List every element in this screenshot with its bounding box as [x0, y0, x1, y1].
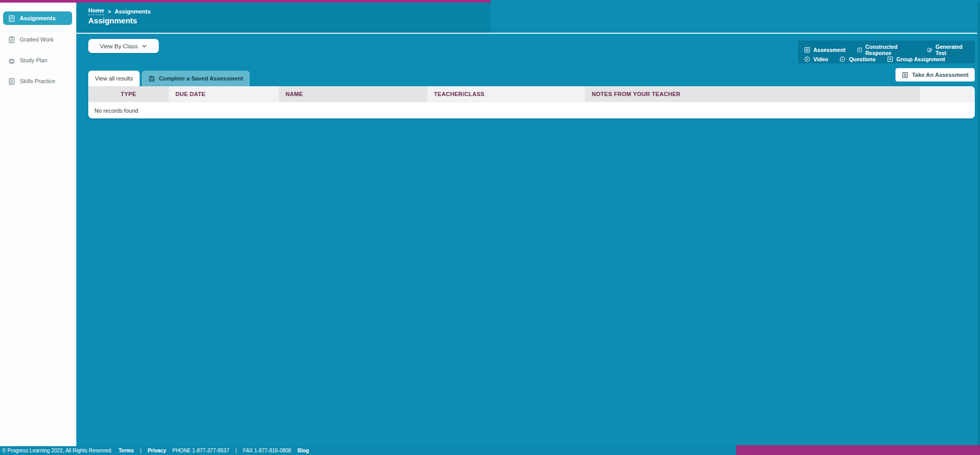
top-accent-bar	[0, 0, 491, 3]
legend-label: Video	[813, 56, 828, 62]
sidebar-item-label: Study Plan	[20, 57, 47, 63]
table-header-row: TYPE DUE DATE NAME TEACHER/CLASS NOTES F…	[88, 86, 975, 102]
legend-item-video: Video	[804, 56, 828, 62]
phone-text: PHONE 1-877-377-9537	[172, 448, 229, 453]
video-icon	[804, 56, 810, 62]
column-header-name: NAME	[279, 86, 427, 102]
tab-label: View all results	[95, 75, 133, 82]
breadcrumb-separator: >	[108, 8, 111, 15]
breadcrumb-home-link[interactable]: Home	[88, 7, 104, 15]
empty-state-row: No records found	[88, 102, 975, 118]
copyright-text: © Progress Learning 2022, All Rights Res…	[2, 448, 112, 453]
sidebar-item-label: Graded Work	[20, 36, 53, 43]
sidebar-item-study-plan[interactable]: Study Plan	[3, 53, 72, 67]
legend-item-generated-test: Generated Test	[927, 44, 969, 56]
assignments-icon	[8, 15, 16, 22]
assignments-table: TYPE DUE DATE NAME TEACHER/CLASS NOTES F…	[88, 86, 975, 118]
sidebar-item-label: Skills Practice	[20, 78, 55, 84]
header-divider	[76, 33, 980, 34]
bottom-accent-bar	[736, 445, 980, 455]
privacy-link[interactable]: Privacy	[147, 448, 166, 453]
column-header-actions	[920, 86, 975, 102]
sidebar: Assignments Graded Work Study Plan Skill…	[0, 3, 76, 446]
legend-item-questions: Questions	[839, 56, 875, 62]
legend-label: Generated Test	[935, 44, 969, 56]
legend-row: Assessment Constructed Response Generate…	[804, 44, 969, 56]
sidebar-item-assignments[interactable]: Assignments	[3, 11, 72, 25]
tab-view-all-results[interactable]: View all results	[88, 71, 140, 86]
legend-label: Group Assignment	[896, 56, 945, 62]
assignment-type-legend: Assessment Constructed Response Generate…	[798, 41, 975, 63]
main-content: Home > Assignments Assignments View By C…	[76, 3, 980, 446]
sidebar-item-skills-practice[interactable]: Skills Practice	[3, 74, 72, 88]
take-assessment-button[interactable]: Take An Assessment	[895, 68, 975, 82]
take-assessment-label: Take An Assessment	[912, 72, 969, 78]
view-by-class-label: View By Class	[100, 43, 138, 49]
legend-item-group-assignment: Group Assignment	[887, 56, 945, 62]
questions-icon	[839, 56, 846, 62]
sidebar-item-label: Assignments	[20, 15, 56, 21]
study-plan-icon	[8, 57, 16, 64]
tab-label: Complete a Saved Assessment	[159, 75, 243, 82]
breadcrumb-current: Assignments	[115, 8, 151, 15]
view-by-class-button[interactable]: View By Class	[88, 39, 159, 53]
chevron-down-icon	[141, 43, 147, 49]
legend-label: Questions	[849, 56, 875, 62]
legend-item-constructed-response: Constructed Response	[857, 44, 916, 56]
constructed-response-icon	[857, 47, 862, 53]
take-assessment-icon	[902, 72, 908, 78]
column-header-notes: NOTES FROM YOUR TEACHER	[585, 86, 920, 102]
footer-separator: |	[140, 448, 142, 453]
column-header-due-date: DUE DATE	[169, 86, 279, 102]
graded-work-icon	[8, 36, 16, 44]
column-header-type: TYPE	[88, 86, 169, 102]
page-title: Assignments	[88, 16, 137, 25]
legend-row: Video Questions Group Assignment	[804, 56, 969, 62]
empty-state-message: No records found	[94, 108, 138, 114]
footer-separator: |	[235, 448, 237, 453]
page-header-band	[76, 3, 980, 33]
skills-practice-icon	[8, 77, 16, 85]
fax-text: FAX 1-877-816-0808	[243, 448, 291, 453]
results-tabs: View all results Complete a Saved Assess…	[88, 71, 250, 86]
group-assignment-icon	[887, 56, 893, 62]
column-header-teacher-class: TEACHER/CLASS	[427, 86, 585, 102]
generated-test-icon	[927, 47, 932, 53]
terms-link[interactable]: Terms	[118, 448, 133, 453]
scrollbar[interactable]	[977, 3, 980, 446]
legend-label: Assessment	[813, 47, 846, 53]
tab-complete-saved-assessment[interactable]: Complete a Saved Assessment	[142, 71, 250, 86]
save-icon	[148, 75, 155, 82]
legend-label: Constructed Response	[865, 44, 916, 56]
breadcrumb: Home > Assignments	[88, 7, 151, 15]
assessment-icon	[804, 47, 810, 53]
legend-item-assessment: Assessment	[804, 47, 846, 53]
blog-link[interactable]: Blog	[297, 448, 309, 453]
sidebar-item-graded-work[interactable]: Graded Work	[3, 33, 72, 46]
